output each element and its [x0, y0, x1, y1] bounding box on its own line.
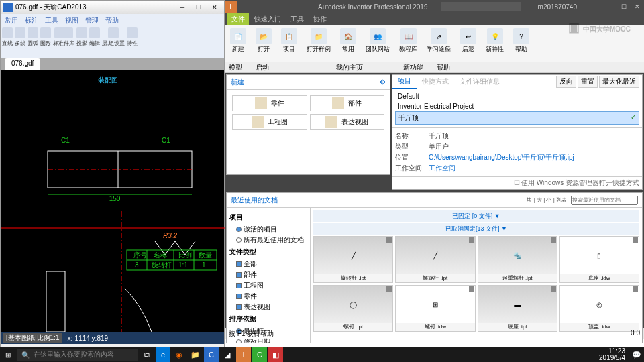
recent-search-input[interactable] — [571, 196, 638, 205]
tree-item[interactable]: 修改日期 — [229, 337, 307, 343]
file-thumb[interactable]: ╱旋转杆 .ipt — [313, 236, 393, 283]
file-thumb[interactable]: ⊞螺钉 .idw — [395, 285, 475, 332]
pin-icon[interactable] — [469, 286, 474, 292]
minimize-button[interactable]: ─ — [604, 1, 617, 12]
pin-icon[interactable] — [633, 237, 638, 243]
ribbon-project[interactable]: 📋项目 — [277, 27, 301, 60]
tree-item[interactable]: 零件 — [229, 291, 307, 302]
minimize-button[interactable]: ─ — [176, 2, 189, 13]
sub-tab[interactable]: 启动 — [256, 63, 269, 72]
tree-item[interactable]: 部件 — [229, 269, 307, 280]
cad-menu-item[interactable]: 视图 — [62, 15, 81, 25]
ribbon-whatsnew[interactable]: 💡新特性 — [482, 27, 508, 60]
app-icon[interactable]: 📁 — [188, 347, 203, 362]
ribbon-sample[interactable]: 📁打开样例 — [303, 27, 335, 60]
ribbon-learn[interactable]: ⇗学习途径 — [423, 27, 455, 60]
pin-icon[interactable] — [386, 237, 392, 243]
pin-icon[interactable] — [551, 286, 556, 292]
ribbon-tutorial[interactable]: 📖教程库 — [395, 27, 421, 60]
inv-titlebar[interactable]: I Autodesk Inventor Professional 2019 m2… — [225, 0, 644, 13]
close-button[interactable]: ✕ — [208, 2, 221, 13]
project-row[interactable]: Default — [395, 91, 639, 101]
app-icon[interactable]: I — [236, 347, 251, 362]
maximize-button[interactable]: ☐ — [617, 1, 631, 12]
pin-icon[interactable] — [386, 286, 392, 292]
ribbon-group[interactable]: 图形 — [40, 27, 51, 56]
checkbox-icon[interactable]: ☐ — [514, 179, 520, 186]
cad-canvas[interactable]: 装配图 C1 C1 150 R3.2 序号 名称 比例 数 — [1, 70, 224, 332]
cad-menu-item[interactable]: 工具 — [42, 15, 61, 25]
fileinfo-tab[interactable]: 文件详细信息 — [454, 75, 505, 88]
tree-item[interactable]: 激活的项目 — [229, 224, 307, 235]
app-icon[interactable]: C — [252, 347, 267, 362]
inv-menu-item[interactable]: 快速入门 — [250, 13, 285, 25]
ribbon-open[interactable]: 📂打开 — [252, 27, 276, 60]
start-button[interactable]: ⊞ — [0, 347, 16, 362]
ribbon-group[interactable]: 标准件库 — [53, 27, 74, 56]
app-icon[interactable]: ◉ — [172, 347, 186, 362]
close-button[interactable]: ✕ — [631, 1, 644, 12]
file-thumb[interactable]: 🔩起重螺杆 .ipt — [478, 236, 557, 283]
inv-menu-item[interactable]: 工具 — [286, 13, 308, 25]
file-thumb[interactable]: ╱螺旋杆 .ipt — [395, 236, 475, 283]
notification-icon[interactable]: 💬 — [629, 347, 644, 362]
file-thumb[interactable]: ▯底座 .idw — [559, 236, 639, 283]
project-row[interactable]: Inventor Electrical Project — [395, 101, 639, 111]
ribbon-back[interactable]: ↩后退 — [456, 27, 480, 60]
new-part-button[interactable]: 零件 — [232, 95, 307, 111]
sub-tab[interactable]: 模型 — [229, 63, 242, 72]
project-tab[interactable]: 项目 — [392, 74, 417, 89]
unpinned-header[interactable]: 已取消固定[13 文件] ▼ — [313, 223, 639, 235]
ribbon-group[interactable]: 直线 — [2, 27, 13, 56]
cad-titlebar[interactable]: 076.gdf - 天瑜CAD2013 ─ ☐ ✕ — [1, 1, 224, 14]
app-icon[interactable]: ◢ — [220, 347, 235, 362]
cad-doc-tab[interactable]: 076.gdf — [5, 58, 40, 70]
tb-btn[interactable]: 反向 — [556, 76, 576, 88]
tree-item[interactable]: 表达视图 — [229, 302, 307, 312]
new-presentation-button[interactable]: 表达视图 — [310, 114, 385, 130]
ribbon-home[interactable]: 🏠常用 — [336, 27, 360, 60]
ribbon-team[interactable]: 👥团队网站 — [362, 27, 394, 60]
cad-menu-item[interactable]: 管理 — [83, 15, 101, 25]
project-row-selected[interactable]: 千斤顶✓ — [395, 111, 639, 125]
app-icon[interactable]: C — [204, 347, 219, 362]
ribbon-group[interactable]: 编辑 — [89, 27, 100, 56]
ribbon-group[interactable]: 圆弧 — [28, 27, 38, 56]
ribbon-help[interactable]: ?帮助 — [509, 27, 533, 60]
taskbar-search[interactable]: 🔍在这里输入你要搜索的内容 — [17, 349, 138, 361]
file-thumb[interactable]: ▬底座 .ipt — [478, 285, 557, 332]
gear-icon[interactable]: ⚙ — [380, 78, 386, 86]
tree-item[interactable]: 工程图 — [229, 280, 307, 291]
pinned-header[interactable]: 已固定 [0 文件] ▼ — [313, 210, 639, 222]
taskbar-clock[interactable]: 11:23 2019/5/4 — [599, 348, 628, 361]
file-thumb[interactable]: ◎顶盖 .idw — [559, 285, 639, 332]
cad-menu-item[interactable]: 帮助 — [103, 15, 121, 25]
inv-menu-item[interactable]: 协作 — [309, 13, 331, 25]
ribbon-group[interactable]: 特性 — [127, 27, 138, 56]
file-thumb[interactable]: ◯螺钉 .ipt — [313, 285, 393, 332]
inv-user[interactable]: m201870740 — [538, 3, 577, 11]
tb-btn[interactable]: 重置 — [578, 76, 598, 88]
pin-icon[interactable] — [469, 237, 474, 243]
inv-menu-file[interactable]: 文件 — [227, 13, 249, 25]
ribbon-group[interactable]: 层,组设置 — [102, 27, 125, 56]
new-assembly-button[interactable]: 部件 — [310, 95, 385, 111]
ribbon-new[interactable]: 📄新建 — [226, 27, 250, 60]
ribbon-group[interactable]: 投影 — [76, 27, 87, 56]
view-options[interactable]: 块 | 大 | 小 | 列表 — [527, 196, 567, 204]
sub-tab[interactable]: 帮助 — [437, 63, 450, 72]
new-drawing-button[interactable]: 工程图 — [232, 114, 307, 130]
maximize-button[interactable]: ☐ — [192, 2, 205, 13]
ribbon-group[interactable]: 多线 — [15, 27, 25, 56]
cad-menu-item[interactable]: 常用 — [2, 15, 21, 25]
tree-item[interactable]: 所有最近使用的文档 — [229, 235, 307, 245]
shortcut-tab[interactable]: 快捷方式 — [417, 75, 454, 88]
sub-tab[interactable]: 新功能 — [403, 63, 423, 72]
tb-btn[interactable]: 最大化最近 — [599, 76, 639, 88]
sub-tab[interactable]: 我的主页 — [336, 63, 363, 72]
pin-icon[interactable] — [551, 237, 556, 243]
app-icon[interactable]: e — [156, 347, 170, 362]
tree-item[interactable]: 全部 — [229, 259, 307, 269]
taskview-icon[interactable]: ⧉ — [140, 347, 154, 362]
cad-menu-item[interactable]: 标注 — [22, 15, 41, 25]
